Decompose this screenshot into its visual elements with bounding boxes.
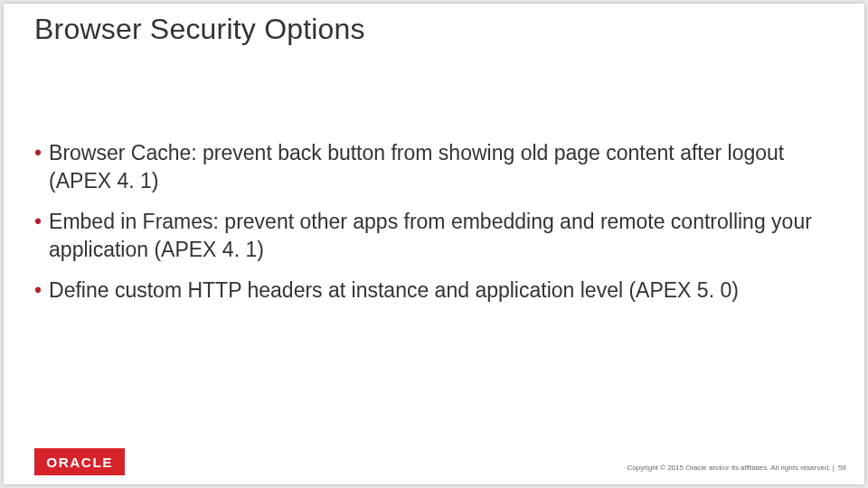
bullet-text: Browser Cache: prevent back button from …: [49, 139, 834, 195]
bullet-item: • Embed in Frames: prevent other apps fr…: [34, 208, 834, 264]
copyright-text: Copyright © 2015 Oracle and/or its affil…: [627, 464, 835, 472]
oracle-logo-text: ORACLE: [46, 455, 113, 470]
oracle-logo: ORACLE: [34, 448, 125, 475]
bullet-dot-icon: •: [34, 208, 42, 236]
slide-footer: ORACLE Copyright © 2015 Oracle and/or it…: [4, 448, 864, 484]
slide-title: Browser Security Options: [34, 13, 834, 46]
bullet-item: • Browser Cache: prevent back button fro…: [34, 139, 834, 195]
slide-body: • Browser Cache: prevent back button fro…: [34, 139, 834, 317]
bullet-dot-icon: •: [34, 277, 42, 305]
bullet-text: Embed in Frames: prevent other apps from…: [49, 208, 834, 264]
bullet-item: • Define custom HTTP headers at instance…: [34, 277, 834, 305]
slide: Browser Security Options • Browser Cache…: [4, 4, 864, 484]
copyright-line: Copyright © 2015 Oracle and/or its affil…: [627, 464, 846, 472]
bullet-text: Define custom HTTP headers at instance a…: [49, 277, 834, 305]
bullet-dot-icon: •: [34, 139, 42, 167]
page-number: 58: [838, 464, 846, 472]
